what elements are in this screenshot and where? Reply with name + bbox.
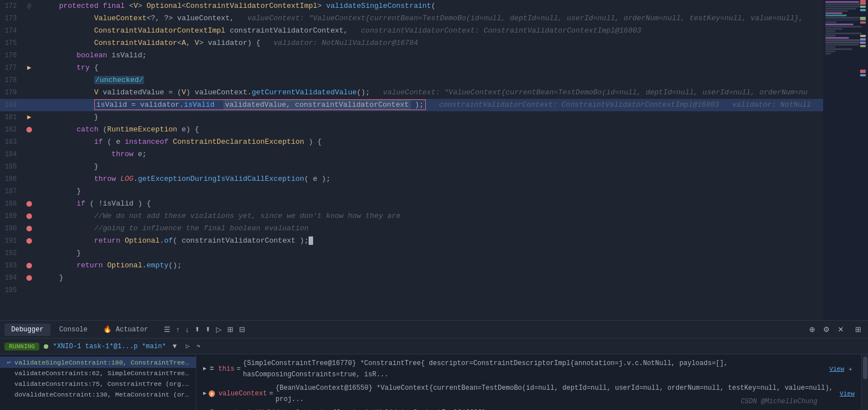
code-line-194: 194 } <box>0 272 823 284</box>
stack-frame-3[interactable]: doValidateConstraint:130, MetaConstraint… <box>0 389 196 400</box>
tab-debugger[interactable]: Debugger <box>4 324 50 336</box>
line-number-177: 177 <box>0 62 21 74</box>
code-content-191: return Optional.of( constraintValidatorC… <box>37 235 823 247</box>
minimap <box>823 0 868 320</box>
stack-frame-3-text: doValidateConstraint:130, MetaConstraint… <box>15 391 196 398</box>
code-content-177: try { <box>37 62 823 74</box>
code-content-181: } <box>37 111 823 124</box>
code-line-190: 190 //going to influence the final boole… <box>0 222 823 235</box>
code-line-191: 191 return Optional.of( constraintValida… <box>0 235 823 247</box>
expand-valuecontext-icon[interactable]: ▶ <box>203 388 206 399</box>
toolbar-resume-icon[interactable]: ▷ <box>214 324 224 335</box>
breakpoint-192 <box>21 247 37 259</box>
code-line-189: 189 //We do not add these violations yet… <box>0 210 823 222</box>
line-number-185: 185 <box>0 161 21 173</box>
code-line-187: 187 } <box>0 185 823 198</box>
line-number-175: 175 <box>0 37 21 49</box>
stack-frame-0-text: validateSingleConstraint:180, Constraint… <box>15 359 196 366</box>
attribution: CSDN @MichelleChung <box>741 398 818 406</box>
line-number-195: 195 <box>0 284 21 297</box>
toolbar-up-icon[interactable]: ↑ <box>174 324 182 335</box>
toolbar-step-up-icon[interactable]: ⬆ <box>203 325 213 334</box>
code-line-174: 174 ConstraintValidatorContextImpl const… <box>0 25 823 37</box>
code-line-195: 195 <box>0 284 823 297</box>
breakpoint-187 <box>21 185 37 198</box>
tab-actuator[interactable]: 🔥 Actuator <box>97 323 155 336</box>
breakpoint-186 <box>21 173 37 185</box>
panel-toolbar-right: ⊕ ⚙ ✕ <box>807 324 846 335</box>
var-valuecontext-view-link[interactable]: View <box>840 388 855 399</box>
right-scrollbar[interactable] <box>861 354 868 410</box>
line-number-186: 186 <box>0 173 21 185</box>
toolbar-step-out-icon[interactable]: ⬆ <box>192 325 202 334</box>
var-row-constraintvalidatorcontext: ▶ p constraintValidatorContext = {Constr… <box>201 406 857 410</box>
code-content-176: boolean isValid; <box>37 49 823 62</box>
breakpoint-189 <box>21 210 37 222</box>
actuator-tab-label: Actuator <box>116 326 148 334</box>
console-tab-label: Console <box>59 326 88 334</box>
line-number-174: 174 <box>0 25 21 37</box>
toolbar-close-icon[interactable]: ✕ <box>835 324 846 335</box>
code-line-179: 179 V validatedValue = (V) valueContext.… <box>0 86 823 99</box>
line-number-178: 178 <box>0 74 21 86</box>
panel-tab-bar: Debugger Console 🔥 Actuator ☰ ↑ ↓ ⬆ ⬆ ▷ … <box>0 321 868 339</box>
line-number-173: 173 <box>0 12 21 25</box>
code-content-189: //We do not add these violations yet, si… <box>37 210 823 222</box>
breakpoint-185 <box>21 161 37 173</box>
stack-frame-2[interactable]: validateConstraints:75, ConstraintTree (… <box>0 379 196 389</box>
thread-name: *XNIO-1 task-1*@1...p *main* <box>53 343 166 350</box>
code-line-172: 172 @ protected final <V> Optional<Const… <box>0 0 823 12</box>
code-editor-area: 172 @ protected final <V> Optional<Const… <box>0 0 868 320</box>
var-this-name: this <box>218 363 235 375</box>
line-number-188: 188 <box>0 198 21 210</box>
toolbar-table-icon[interactable]: ⊞ <box>225 324 236 335</box>
breakpoint-173 <box>21 12 37 25</box>
line-number-184: 184 <box>0 148 21 161</box>
breakpoint-172: @ <box>21 0 37 12</box>
bottom-panel: Debugger Console 🔥 Actuator ☰ ↑ ↓ ⬆ ⬆ ▷ … <box>0 320 868 410</box>
breakpoint-191 <box>21 235 37 247</box>
code-line-183: 183 if ( e instanceof ConstraintDeclarat… <box>0 136 823 148</box>
expand-this-icon[interactable]: ▶ <box>203 363 206 375</box>
code-editor[interactable]: 172 @ protected final <V> Optional<Const… <box>0 0 823 320</box>
code-content-183: if ( e instanceof ConstraintDeclarationE… <box>37 136 823 148</box>
var-this-add-btn[interactable]: + <box>847 365 855 373</box>
toolbar-down-icon[interactable]: ↓ <box>183 324 191 335</box>
breakpoint-188 <box>21 198 37 210</box>
code-line-184: 184 throw e; <box>0 148 823 161</box>
code-line-186: 186 throw LOG.getExceptionDuringIsValidC… <box>0 173 823 185</box>
breakpoint-174 <box>21 25 37 37</box>
code-line-178: 178 /unchecked/ <box>0 74 823 86</box>
expand-cvc-icon[interactable]: ▶ <box>203 407 206 410</box>
code-content-179: V validatedValue = (V) valueContext.getC… <box>37 86 823 99</box>
stack-frames-panel: ↩ validateSingleConstraint:180, Constrai… <box>0 354 196 410</box>
code-content-173: ValueContext<?, ?> valueContext, valueCo… <box>37 12 823 25</box>
var-this-view-link[interactable]: View <box>829 363 844 375</box>
debugger-tab-label: Debugger <box>11 326 44 334</box>
code-content-178: /unchecked/ <box>37 74 823 86</box>
toolbar-list-icon[interactable]: ☰ <box>162 324 173 335</box>
code-line-181: 181 ▶ } <box>0 111 823 124</box>
stack-frame-0[interactable]: ↩ validateSingleConstraint:180, Constrai… <box>0 357 196 368</box>
code-content-184: throw e; <box>37 148 823 161</box>
stack-frame-1[interactable]: validateConstraints:62, SimpleConstraint… <box>0 368 196 379</box>
line-number-193: 193 <box>0 259 21 272</box>
breakpoint-194 <box>21 272 37 284</box>
var-valuecontext-circle: p <box>209 390 215 397</box>
code-content-195 <box>37 284 823 297</box>
breakpoint-182 <box>21 124 37 136</box>
breakpoint-181: ▶ <box>21 111 37 124</box>
toolbar-gear-icon[interactable]: ⚙ <box>821 324 832 335</box>
line-number-179: 179 <box>0 86 21 99</box>
code-content-192: } <box>37 247 823 259</box>
breakpoint-183 <box>21 136 37 148</box>
toolbar-grid-icon[interactable]: ⊞ <box>853 324 864 335</box>
toolbar-columns-icon[interactable]: ⊟ <box>237 324 247 335</box>
toolbar-plus-icon[interactable]: ⊕ <box>807 324 818 335</box>
tab-console[interactable]: Console <box>53 324 94 336</box>
panel-content: ↩ validateSingleConstraint:180, Constrai… <box>0 354 868 410</box>
code-content-188: if ( !isValid ) { <box>37 198 823 210</box>
code-content-194: } <box>37 272 823 284</box>
code-content-175: ConstraintValidator<A, V> validator) { v… <box>37 37 823 49</box>
breakpoint-179 <box>21 86 37 99</box>
